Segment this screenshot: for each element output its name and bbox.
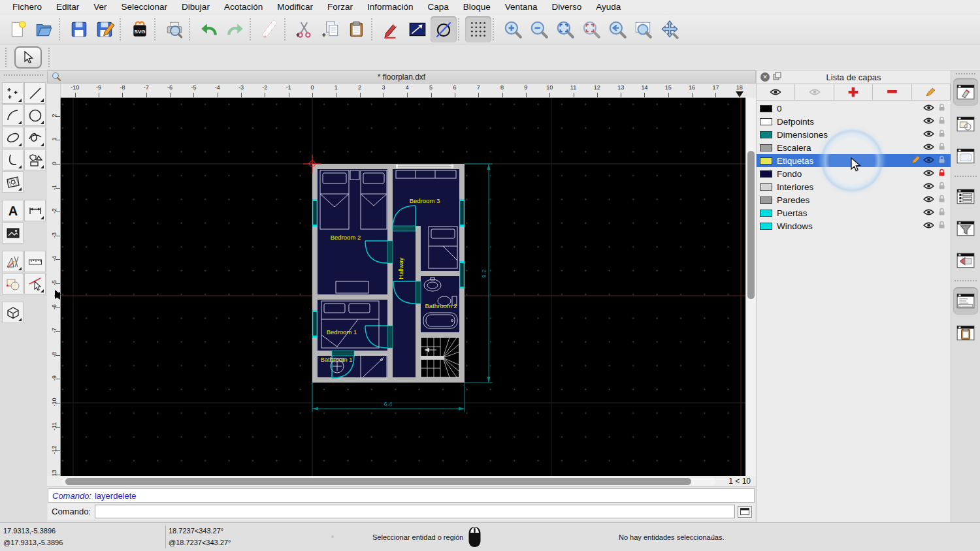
select-arrow-button[interactable] <box>14 46 42 69</box>
layer-lock-icon[interactable] <box>938 181 948 192</box>
hatch-tool-button[interactable] <box>2 171 24 193</box>
menu-item[interactable]: Editar <box>49 0 86 14</box>
layer-lock-icon[interactable] <box>938 168 948 179</box>
zoom-previous-button[interactable] <box>604 16 630 42</box>
menu-item[interactable]: Ayuda <box>589 0 628 14</box>
document-title-bar[interactable]: * floorplan.dxf <box>47 71 756 84</box>
layer-visibility-icon[interactable] <box>923 208 938 218</box>
layer-visibility-icon[interactable] <box>923 117 938 127</box>
zoom-pan-button[interactable] <box>657 16 683 42</box>
blank-panel-button[interactable] <box>953 142 978 170</box>
zoom-window-button[interactable] <box>630 16 657 42</box>
layer-row-0[interactable]: 0 <box>757 102 951 115</box>
command-panel-button[interactable] <box>953 287 978 315</box>
measure-tool-button[interactable] <box>24 251 46 272</box>
menu-item[interactable]: Forzar <box>320 0 360 14</box>
3d-box-tool-button[interactable] <box>2 302 24 323</box>
layer-row-etiquetas[interactable]: Etiquetas <box>757 154 951 167</box>
list-panel-button[interactable] <box>953 183 978 210</box>
paste-button[interactable] <box>344 16 370 42</box>
keyboard-toggle-button[interactable] <box>738 506 752 518</box>
redo-button[interactable] <box>222 16 248 42</box>
points-tool-button[interactable] <box>2 82 24 104</box>
image-tool-button[interactable] <box>2 222 24 244</box>
horizontal-scrollbar[interactable] <box>62 477 715 486</box>
layer-visibility-icon[interactable] <box>923 169 938 179</box>
layer-lock-icon[interactable] <box>938 221 948 231</box>
undock-panel-icon[interactable] <box>773 72 781 82</box>
zoom-selected-button[interactable] <box>578 16 604 42</box>
undo-button[interactable] <box>196 16 222 42</box>
palette-drag-handle[interactable] <box>4 74 43 80</box>
layer-lock-icon[interactable] <box>938 208 948 218</box>
draft-ortho-button[interactable] <box>431 16 457 42</box>
layer-lock-icon[interactable] <box>938 155 948 166</box>
print-preview-button[interactable] <box>161 16 188 42</box>
dimension-tool-button[interactable] <box>24 200 46 221</box>
text-tool-button[interactable]: A <box>2 200 24 221</box>
horizontal-scrollbar-thumb[interactable] <box>65 478 691 485</box>
announce-panel-button[interactable] <box>953 247 978 274</box>
delete-entities-button[interactable] <box>257 16 283 42</box>
arc-tool-button[interactable] <box>2 104 24 126</box>
save-button[interactable] <box>66 16 92 42</box>
circle-tool-button[interactable] <box>24 104 46 126</box>
layer-row-escalera[interactable]: Escalera <box>757 141 951 154</box>
layer-row-puertas[interactable]: Puertas <box>757 206 951 219</box>
layer-row-defpoints[interactable]: Defpoints <box>757 115 951 128</box>
shapes-panel-button[interactable] <box>953 110 978 138</box>
vertical-scrollbar[interactable] <box>745 98 756 476</box>
layer-lock-icon[interactable] <box>938 116 948 127</box>
drafting-tools-button[interactable] <box>2 251 24 272</box>
layer-visibility-icon[interactable] <box>923 221 938 231</box>
zoom-out-button[interactable] <box>526 16 552 42</box>
filter-panel-button[interactable] <box>953 215 978 242</box>
remove-layer-button[interactable]: ━ <box>873 84 911 100</box>
command-input[interactable] <box>95 505 735 518</box>
menu-item[interactable]: Bloque <box>456 0 498 14</box>
export-svg-button[interactable]: SVG <box>127 16 153 42</box>
grid-toggle-button[interactable] <box>465 16 491 42</box>
layer-lock-icon[interactable] <box>938 195 948 205</box>
layer-visibility-icon[interactable] <box>923 130 938 140</box>
open-file-button[interactable] <box>31 16 57 42</box>
toolbar-drag-handle[interactable] <box>48 48 54 67</box>
save-as-button[interactable] <box>92 16 118 42</box>
pen-palette-panel-button[interactable] <box>953 78 978 106</box>
edit-layer-button[interactable] <box>912 84 951 100</box>
hide-all-layers-button[interactable] <box>795 84 834 100</box>
menu-item[interactable]: Dibujar <box>174 0 217 14</box>
layer-row-windows[interactable]: Windows <box>757 219 951 232</box>
layer-lock-icon[interactable] <box>938 103 948 114</box>
line-tool-button[interactable] <box>24 82 46 104</box>
layer-row-dimensiones[interactable]: Dimensiones <box>757 128 951 141</box>
toolbar-drag-handle[interactable] <box>5 48 10 67</box>
clipboard-panel-button[interactable] <box>953 319 978 347</box>
spline-tool-button[interactable] <box>24 127 46 148</box>
menu-item[interactable]: Ver <box>86 0 114 14</box>
cut-button[interactable] <box>291 16 318 42</box>
layer-lock-icon[interactable] <box>938 129 948 140</box>
polygon-tool-button[interactable] <box>24 149 46 170</box>
layer-row-interiores[interactable]: Interiores <box>757 180 951 193</box>
layer-row-paredes[interactable]: Paredes <box>757 193 951 206</box>
menu-item[interactable]: Modificar <box>270 0 320 14</box>
vertical-scrollbar-thumb[interactable] <box>747 151 755 299</box>
zoom-in-button[interactable] <box>500 16 526 42</box>
menu-item[interactable]: Información <box>360 0 421 14</box>
menu-item[interactable]: Capa <box>421 0 456 14</box>
show-all-layers-button[interactable] <box>757 84 795 100</box>
dock-drag-handle[interactable] <box>956 73 975 74</box>
layer-visibility-icon[interactable] <box>923 156 938 166</box>
layer-visibility-icon[interactable] <box>923 195 938 205</box>
close-panel-icon[interactable]: ✕ <box>760 72 770 82</box>
menu-item[interactable]: Ventana <box>498 0 545 14</box>
layer-visibility-icon[interactable] <box>923 143 938 153</box>
palette-collapse-arrow[interactable] <box>55 290 61 299</box>
pen-edit-button[interactable] <box>378 16 404 42</box>
polyline-tool-button[interactable] <box>2 149 24 170</box>
layer-visibility-icon[interactable] <box>923 182 938 192</box>
copy-button[interactable] <box>318 16 344 42</box>
zoom-auto-button[interactable] <box>552 16 578 42</box>
layer-row-fondo[interactable]: Fondo <box>757 167 951 180</box>
